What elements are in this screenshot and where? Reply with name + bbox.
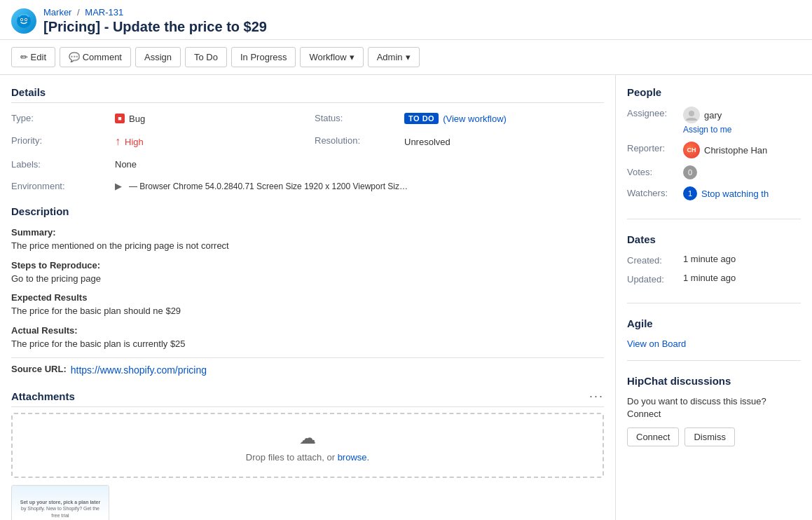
watchers-label: Watchers: (627, 186, 683, 198)
main-layout: Details Type: ■ Bug Status: TO DO (View … (0, 75, 812, 520)
labels-value: None (109, 156, 315, 172)
assignee-name: gary (704, 110, 722, 121)
breadcrumb: Marker / MAR-131 (43, 7, 267, 18)
status-value: TO DO (View workflow) (399, 110, 604, 127)
created-value: 1 minute ago (683, 254, 801, 264)
assignee-area: gary (683, 107, 801, 123)
assignee-value: gary Assign to me (683, 107, 801, 135)
description-title: Description (11, 205, 604, 221)
details-grid: Type: ■ Bug Status: TO DO (View workflow… (11, 110, 604, 194)
status-label: Status: (315, 110, 399, 127)
svg-point-5 (689, 111, 694, 116)
reporter-value: CH Christophe Han (683, 142, 801, 158)
priority-label: Priority: (11, 132, 109, 151)
assign-me-link[interactable]: Assign to me (683, 125, 801, 135)
details-section: Details (11, 86, 604, 103)
dates-title: Dates (627, 233, 801, 245)
env-text: — Browser Chrome 54.0.2840.71 Screen Siz… (129, 182, 409, 191)
votes-value: 0 (683, 165, 801, 179)
created-row: Created: 1 minute ago (627, 254, 801, 266)
app-header: Marker / MAR-131 [Pricing] - Update the … (0, 0, 812, 40)
upload-cloud-icon: ☁ (27, 428, 589, 448)
comment-button[interactable]: 💬 Comment (60, 47, 131, 67)
labels-label: Labels: (11, 156, 109, 172)
env-toggle-icon[interactable]: ▶ (115, 181, 122, 191)
reporter-row: Reporter: CH Christophe Han (627, 142, 801, 158)
resolution-label: Resolution: (315, 132, 399, 151)
priority-text: High (125, 137, 144, 147)
assignee-avatar (683, 107, 700, 123)
admin-button[interactable]: Admin ▾ (368, 47, 420, 67)
issue-title: [Pricing] - Update the price to $29 (43, 19, 267, 35)
content-area: Details Type: ■ Bug Status: TO DO (View … (0, 75, 616, 520)
agile-section: Agile View on Board (627, 317, 801, 361)
admin-label: Admin (377, 52, 403, 62)
updated-label: Updated: (627, 273, 683, 285)
actual-label: Actual Results: (11, 325, 604, 336)
divider (11, 357, 604, 358)
todo-button[interactable]: To Do (185, 47, 227, 67)
dates-section: Dates Created: 1 minute ago Updated: 1 m… (627, 233, 801, 303)
thumbnail-content: Set up your store, pick a plan later by … (12, 486, 109, 520)
workflow-arrow-icon: ▾ (350, 52, 355, 62)
assignee-label: Assignee: (627, 107, 683, 118)
attachments-title: Attachments (11, 390, 75, 402)
type-text: Bug (129, 114, 145, 124)
bug-icon: ■ (115, 114, 125, 123)
people-title: People (627, 86, 801, 98)
hipchat-section: HipChat discussions Do you want to discu… (627, 375, 801, 458)
attachments-section: Attachments ··· ☁ Drop files to attach, … (11, 390, 604, 520)
source-url-link[interactable]: https://www.shopify.com/pricing (71, 364, 207, 376)
attachment-thumbnail[interactable]: Set up your store, pick a plan later by … (11, 485, 109, 520)
admin-arrow-icon: ▾ (406, 52, 411, 62)
source-row: Source URL: https://www.shopify.com/pric… (11, 364, 604, 376)
assignee-row: Assignee: gary Assign to me (627, 107, 801, 135)
created-label: Created: (627, 254, 683, 266)
drop-zone[interactable]: ☁ Drop files to attach, or browse. (11, 413, 604, 478)
breadcrumb-project[interactable]: Marker (43, 7, 71, 18)
environment-label: Environment: (11, 178, 109, 194)
workflow-label: Workflow (309, 52, 346, 62)
workflow-button[interactable]: Workflow ▾ (300, 47, 363, 67)
votes-row: Votes: 0 (627, 165, 801, 179)
hipchat-actions: Connect Dismiss (627, 427, 801, 446)
priority-value: ↑ High (109, 132, 315, 151)
view-workflow-link[interactable]: (View workflow) (443, 114, 507, 124)
description-section: Description Summary: The price mentioned… (11, 205, 604, 376)
updated-value: 1 minute ago (683, 273, 801, 283)
edit-button[interactable]: ✏ Edit (11, 47, 55, 67)
connect-button[interactable]: Connect (627, 427, 679, 446)
reporter-label: Reporter: (627, 142, 683, 153)
breadcrumb-issue[interactable]: MAR-131 (85, 7, 123, 18)
actual-text: The price for the basic plan is currentl… (11, 337, 604, 351)
type-label: Type: (11, 110, 109, 127)
watchers-area: 1 Stop watching th (683, 186, 801, 200)
watchers-badge: 1 (683, 186, 697, 200)
agile-title: Agile (627, 317, 801, 329)
updated-row: Updated: 1 minute ago (627, 273, 801, 285)
thumbnail-line2: by Shopify. New to Shopify? Get the free… (18, 505, 103, 518)
watchers-row: Watchers: 1 Stop watching th (627, 186, 801, 200)
votes-area: 0 (683, 165, 801, 179)
resolution-value: Unresolved (399, 132, 604, 151)
browse-link[interactable]: browse. (338, 452, 370, 463)
steps-label: Steps to Reproduce: (11, 260, 604, 271)
assign-button[interactable]: Assign (135, 47, 181, 67)
steps-text: Go to the pricing page (11, 272, 604, 286)
more-button[interactable]: ··· (589, 390, 604, 402)
priority-arrow-icon: ↑ (115, 135, 121, 148)
toolbar: ✏ Edit 💬 Comment Assign To Do In Progres… (0, 40, 812, 75)
expected-label: Expected Results (11, 292, 604, 303)
reporter-avatar: CH (683, 142, 700, 158)
summary-label: Summary: (11, 227, 604, 238)
in-progress-button[interactable]: In Progress (231, 47, 296, 67)
sidebar: People Assignee: gary Assign to me Repor… (616, 75, 812, 520)
stop-watching-link[interactable]: Stop watching th (701, 189, 769, 199)
view-board-link[interactable]: View on Board (627, 338, 686, 349)
environment-value: ▶ — Browser Chrome 54.0.2840.71 Screen S… (109, 178, 604, 194)
expected-text: The price for the basic plan should ne $… (11, 304, 604, 318)
hipchat-title: HipChat discussions (627, 375, 801, 387)
dismiss-button[interactable]: Dismiss (684, 427, 735, 446)
status-badge: TO DO (404, 113, 439, 124)
svg-point-4 (25, 19, 27, 20)
